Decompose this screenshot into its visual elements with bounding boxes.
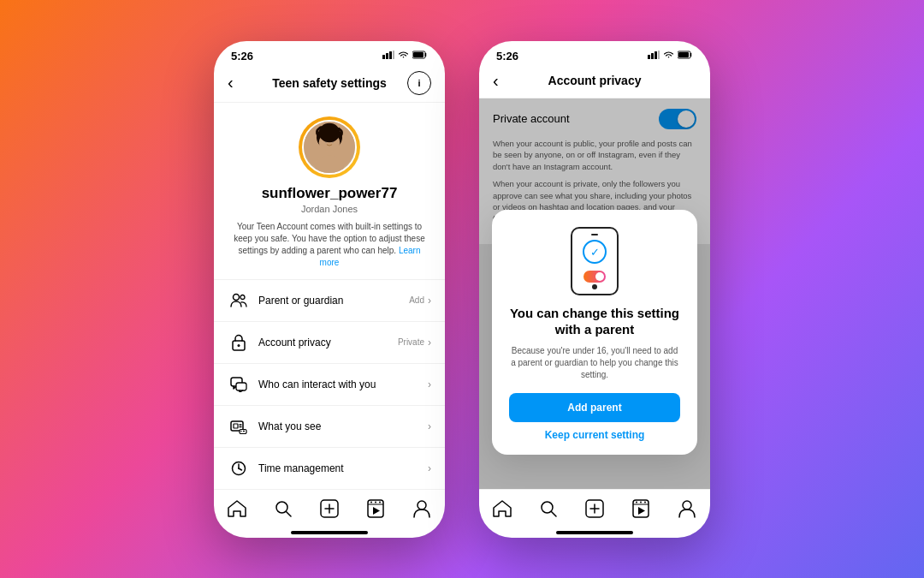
create-nav-1[interactable]: [316, 497, 343, 521]
reels-nav-2[interactable]: [627, 497, 654, 521]
privacy-chevron: ›: [428, 337, 431, 349]
search-nav-2[interactable]: [535, 497, 562, 521]
svg-rect-43: [651, 53, 654, 59]
svg-line-49: [552, 511, 557, 516]
phone2-content: Private account When your account is pub…: [479, 98, 710, 489]
see-icon: [228, 415, 250, 438]
battery-icon-2: [678, 51, 693, 61]
svg-rect-5: [413, 52, 424, 57]
menu-item-parent[interactable]: Parent or guardian Add ›: [214, 279, 445, 321]
svg-point-56: [640, 501, 642, 503]
svg-point-59: [683, 501, 691, 509]
avatar-ring: [299, 116, 360, 178]
menu-item-privacy[interactable]: Account privacy Private ›: [214, 321, 445, 363]
info-button-1[interactable]: i: [407, 71, 431, 95]
wifi-icon-2: [663, 51, 674, 61]
avatar-svg: [304, 120, 355, 173]
svg-point-57: [644, 501, 646, 503]
phone1-content: sunflower_power77 Jordan Jones Your Teen…: [214, 103, 445, 489]
mini-toggle-knob: [595, 272, 604, 281]
signal-icon-2: [648, 51, 660, 61]
page-title-2: Account privacy: [517, 74, 672, 87]
svg-point-37: [370, 501, 372, 503]
profile-nav-2[interactable]: [673, 497, 701, 521]
menu-item-see[interactable]: What you see ›: [214, 405, 445, 447]
svg-point-25: [243, 430, 245, 432]
home-indicator-2: [556, 531, 633, 534]
svg-rect-44: [654, 51, 657, 59]
svg-point-14: [240, 295, 245, 299]
menu-item-interact[interactable]: Who can interact with you ›: [214, 363, 445, 405]
nav-bar-2: ‹ Account privacy: [479, 68, 710, 98]
wifi-icon: [398, 51, 409, 61]
parent-icon: [228, 289, 250, 312]
svg-marker-58: [638, 507, 645, 515]
svg-point-38: [375, 501, 376, 503]
svg-point-13: [234, 294, 240, 300]
status-bar-2: 5:26: [479, 41, 710, 68]
interact-chevron: ›: [428, 378, 431, 390]
time-icon: [228, 457, 250, 480]
svg-line-31: [287, 511, 292, 516]
svg-point-16: [238, 344, 240, 347]
time-1: 5:26: [231, 50, 253, 63]
add-parent-button[interactable]: Add parent: [509, 393, 680, 422]
bottom-nav-2: [479, 489, 710, 531]
parent-label: Parent or guardian: [258, 295, 409, 307]
svg-rect-18: [236, 383, 246, 390]
mini-toggle-icon: [583, 271, 606, 283]
modal-phone-illustration: ✓: [571, 227, 619, 295]
avatar: [302, 120, 357, 175]
back-button-2[interactable]: ‹: [493, 71, 517, 91]
see-chevron: ›: [428, 420, 431, 432]
modal-backdrop: ✓ You can change this setting with a par…: [479, 98, 710, 489]
menu-item-time[interactable]: Time management ›: [214, 447, 445, 489]
phone-2: 5:26 ‹ Account privacy Private account: [479, 41, 710, 538]
home-indicator-1: [291, 531, 368, 534]
status-bar-1: 5:26: [214, 41, 445, 68]
profile-description: Your Teen Account comes with built-in se…: [231, 221, 428, 269]
svg-rect-45: [658, 51, 660, 59]
bottom-nav-1: [214, 489, 445, 531]
modal-description: Because you're under 16, you'll need to …: [509, 345, 680, 381]
svg-point-12: [319, 122, 340, 142]
privacy-icon: [228, 331, 250, 354]
svg-point-41: [418, 501, 426, 509]
profile-nav-1[interactable]: [408, 497, 435, 521]
time-chevron: ›: [428, 462, 431, 474]
modal-title: You can change this setting with a paren…: [509, 306, 680, 338]
status-icons-2: [648, 51, 693, 61]
privacy-badge: Private: [398, 337, 424, 347]
keep-setting-button[interactable]: Keep current setting: [545, 429, 645, 441]
time-2: 5:26: [496, 50, 518, 63]
svg-rect-20: [234, 424, 238, 428]
fullname: Jordan Jones: [301, 204, 358, 214]
privacy-label: Account privacy: [258, 337, 398, 349]
home-nav-2[interactable]: [489, 497, 516, 521]
modal-card: ✓ You can change this setting with a par…: [492, 210, 697, 455]
svg-rect-0: [382, 55, 385, 59]
svg-point-55: [636, 501, 637, 503]
parent-chevron: ›: [428, 295, 431, 307]
reels-nav-1[interactable]: [362, 497, 389, 521]
parent-badge: Add: [409, 295, 424, 305]
battery-icon: [412, 51, 428, 61]
nav-bar-1: ‹ Teen safety settings i: [214, 68, 445, 103]
back-button-1[interactable]: ‹: [228, 73, 252, 92]
create-nav-2[interactable]: [581, 497, 608, 521]
time-label: Time management: [258, 462, 424, 474]
svg-rect-47: [678, 52, 689, 57]
svg-rect-42: [648, 55, 650, 59]
svg-rect-1: [386, 53, 388, 59]
search-nav-1[interactable]: [270, 497, 297, 521]
svg-point-29: [238, 468, 240, 469]
see-label: What you see: [258, 420, 424, 432]
phone-1: 5:26 ‹ Teen safety settings i: [214, 41, 445, 538]
home-nav-1[interactable]: [223, 497, 251, 521]
status-icons-1: [382, 51, 428, 61]
interact-label: Who can interact with you: [258, 378, 424, 390]
interact-icon: [228, 373, 250, 396]
svg-rect-3: [393, 51, 394, 59]
menu-list: Parent or guardian Add › Account privacy…: [214, 279, 445, 489]
check-icon: ✓: [583, 240, 607, 264]
